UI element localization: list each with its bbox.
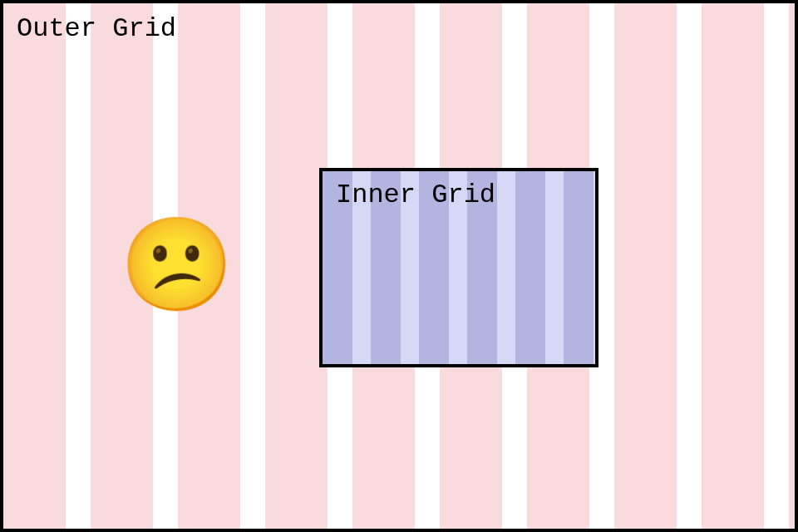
inner-grid: Inner Grid (319, 168, 598, 367)
outer-grid-label: Outer Grid (17, 13, 176, 44)
confused-face-icon: 😕 (120, 226, 234, 318)
outer-grid: Outer Grid 😕 Inner Grid (0, 0, 798, 532)
inner-grid-label: Inner Grid (336, 180, 495, 210)
